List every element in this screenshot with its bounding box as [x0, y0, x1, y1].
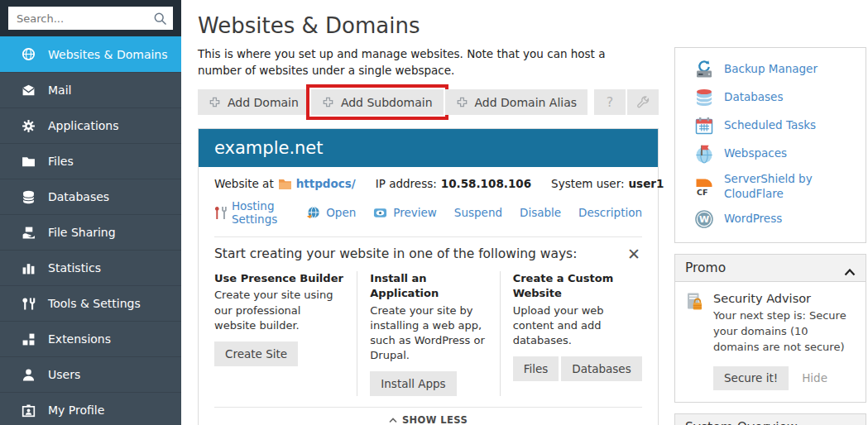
domain-card: example.net Website at httpdocs/ IP addr…: [198, 128, 659, 425]
disable-link[interactable]: Disable: [520, 206, 561, 219]
settings-wrench-button[interactable]: [627, 89, 659, 115]
sidebar-item-label: Statistics: [48, 261, 101, 275]
plus-icon: [456, 96, 468, 108]
tools-icon: [22, 297, 36, 311]
sidebar-item-label: Databases: [48, 190, 109, 203]
ip-value: 10.58.108.106: [441, 177, 531, 190]
main-content: Websites & Domains This is where you set…: [198, 0, 659, 425]
close-icon[interactable]: ✕: [626, 246, 642, 262]
getting-started-section: Start creating your website in one of th…: [214, 236, 642, 396]
globe-icon: [22, 47, 36, 61]
create-site-button[interactable]: Create Site: [214, 341, 298, 366]
domain-name: example.net: [214, 138, 324, 158]
wordpress-link[interactable]: W WordPress: [694, 205, 859, 233]
column-text: Upload your web content and add database…: [513, 303, 630, 349]
sidebar-item-statistics[interactable]: Statistics: [0, 250, 181, 285]
search-icon[interactable]: [153, 12, 167, 26]
sidebar-item-websites-domains[interactable]: Websites & Domains: [0, 36, 181, 72]
presence-builder-column: Use Presence Builder Create your site us…: [214, 271, 357, 396]
install-apps-button[interactable]: Install Apps: [370, 371, 456, 396]
column-text: Create your site using our professional …: [214, 288, 344, 333]
suspend-link[interactable]: Suspend: [454, 206, 502, 219]
sidebar-item-file-sharing[interactable]: File Sharing: [0, 214, 181, 250]
promo-actions: Secure it! Hide: [713, 366, 856, 390]
column-heading: Install an Application: [370, 271, 487, 301]
show-less-label: SHOW LESS: [402, 414, 468, 425]
sidebar-item-extensions[interactable]: Extensions: [0, 321, 181, 356]
sidebar-item-label: Files: [48, 155, 74, 168]
sidebar-item-mail[interactable]: Mail: [0, 72, 181, 107]
sidebar-item-tools-settings[interactable]: Tools & Settings: [0, 285, 181, 321]
system-overview-header[interactable]: System Overview: [675, 414, 866, 425]
sidebar-item-label: Users: [48, 368, 80, 381]
sidebar-item-my-profile[interactable]: My Profile: [0, 392, 181, 425]
security-advisor-icon: [685, 292, 705, 313]
sidebar-item-label: Extensions: [48, 332, 111, 346]
column-text: Create your site by installing a web app…: [370, 303, 487, 364]
databases-button[interactable]: Databases: [561, 356, 641, 381]
column-heading: Use Presence Builder: [214, 271, 344, 286]
add-domain-alias-label: Add Domain Alias: [475, 96, 578, 109]
add-subdomain-button[interactable]: Add Subdomain: [311, 89, 444, 115]
open-globe-icon: [306, 206, 321, 220]
page-description: This is where you set up and manage webs…: [198, 46, 630, 79]
plus-icon: [209, 96, 221, 108]
secure-it-button[interactable]: Secure it!: [713, 366, 789, 390]
id-card-icon: [22, 404, 36, 418]
sidebar-item-files[interactable]: Files: [0, 143, 181, 179]
sidebar-nav: Websites & Domains Mail Applications Fil…: [0, 36, 181, 425]
domain-card-header: example.net: [199, 129, 658, 167]
webspaces-link[interactable]: Webspaces: [694, 140, 859, 168]
hosting-settings-link[interactable]: Hosting Settings: [214, 199, 289, 226]
promo-content: Security Advisor Your next step is: Secu…: [713, 292, 856, 390]
files-button[interactable]: Files: [513, 356, 559, 381]
shortcuts-panel: Backup Manager Databases Scheduled Tasks…: [674, 47, 866, 243]
database-icon: [22, 190, 36, 204]
domain-actions-row: Hosting Settings Open Preview Suspend Di…: [214, 190, 642, 236]
sidebar-item-label: Mail: [48, 84, 71, 97]
plesk-app: Websites & Domains Mail Applications Fil…: [0, 0, 868, 425]
backup-manager-link[interactable]: Backup Manager: [694, 55, 859, 84]
add-domain-button[interactable]: Add Domain: [198, 89, 309, 115]
custom-website-column: Create a Custom Website Upload your web …: [500, 271, 642, 396]
install-application-column: Install an Application Create your site …: [357, 271, 499, 396]
page-title: Websites & Domains: [198, 13, 659, 38]
httpdocs-link[interactable]: httpdocs/: [296, 177, 356, 190]
preview-eye-icon: [373, 206, 388, 220]
promo-body: Security Advisor Your next step is: Secu…: [675, 282, 866, 402]
description-link[interactable]: Description: [578, 206, 642, 219]
wrench-icon: [636, 95, 650, 109]
sidebar-item-applications[interactable]: Applications: [0, 107, 181, 143]
toolbar-button-group: Add Domain Add Subdomain Add Domain Alia…: [198, 89, 587, 115]
promo-header[interactable]: Promo: [675, 255, 866, 282]
search-input[interactable]: [15, 12, 153, 26]
toolbar: Add Domain Add Subdomain Add Domain Alia…: [198, 89, 659, 115]
open-link[interactable]: Open: [306, 206, 356, 220]
mail-icon: [22, 84, 36, 98]
scheduled-tasks-link[interactable]: Scheduled Tasks: [694, 112, 859, 140]
security-advisor-text: Your next step is: Secure your domains (…: [713, 308, 856, 356]
databases-link[interactable]: Databases: [694, 84, 859, 112]
search-box: [8, 7, 173, 30]
system-overview-panel: System Overview: [674, 413, 866, 425]
chevron-up-icon[interactable]: [844, 265, 856, 272]
chevron-up-icon: [389, 418, 397, 423]
folder-orange-icon: [278, 178, 292, 190]
database-color-icon: [694, 88, 714, 107]
sidebar-item-label: Websites & Domains: [48, 48, 168, 61]
servershield-link[interactable]: CF ServerShield by CloudFlare: [694, 168, 859, 205]
calendar-icon: [694, 116, 714, 136]
help-button[interactable]: ?: [594, 89, 626, 115]
wordpress-icon: W: [694, 209, 714, 229]
backup-icon: [694, 60, 714, 79]
sidebar-item-users[interactable]: Users: [0, 356, 181, 392]
show-less-toggle[interactable]: SHOW LESS: [214, 407, 642, 425]
sidebar-item-label: Applications: [48, 119, 119, 132]
getting-started-header: Start creating your website in one of th…: [214, 246, 642, 262]
sidebar-item-databases[interactable]: Databases: [0, 179, 181, 214]
add-domain-alias-button[interactable]: Add Domain Alias: [445, 89, 588, 115]
hide-link[interactable]: Hide: [802, 371, 827, 384]
preview-link[interactable]: Preview: [373, 206, 437, 220]
getting-started-title: Start creating your website in one of th…: [214, 246, 577, 261]
svg-text:CF: CF: [697, 187, 707, 196]
